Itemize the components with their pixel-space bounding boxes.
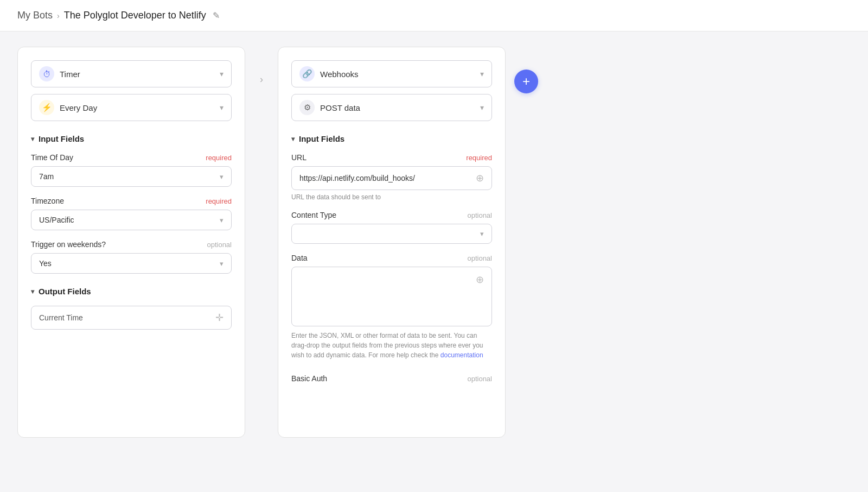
- breadcrumb-mybots[interactable]: My Bots: [17, 10, 53, 21]
- url-field: URL required https://api.netlify.com/bui…: [291, 153, 492, 201]
- trigger-weekends-dropdown[interactable]: Yes ▾: [31, 253, 232, 274]
- timer-icon: ⏱: [39, 66, 54, 81]
- basic-auth-label: Basic Auth: [291, 374, 327, 383]
- card-connector-arrow: ›: [245, 47, 278, 85]
- time-of-day-required: required: [206, 154, 232, 162]
- url-value: https://api.netlify.com/build_hooks/: [299, 174, 471, 182]
- trigger-weekends-value: Yes: [39, 259, 52, 268]
- timer-card: ⏱ Timer ▾ ⚡ Every Day ▾ ▾ Input Fields T…: [17, 47, 245, 438]
- current-time-output: Current Time ✛: [31, 306, 232, 330]
- trigger-weekends-chevron: ▾: [220, 260, 224, 268]
- schedule-icon: ⚡: [39, 100, 54, 115]
- webhooks-label: Webhooks: [320, 70, 359, 79]
- breadcrumb-separator: ›: [57, 11, 60, 20]
- add-card-button[interactable]: +: [514, 70, 538, 93]
- webhook-card: 🔗 Webhooks ▾ ⚙ POST data ▾ ▾ Input Field…: [278, 47, 506, 438]
- basic-auth-optional: optional: [467, 375, 492, 383]
- time-of-day-chevron: ▾: [220, 173, 224, 181]
- input-section-chevron[interactable]: ▾: [31, 135, 34, 143]
- time-of-day-value: 7am: [39, 172, 54, 181]
- breadcrumb: My Bots › The Polyglot Developer to Netl…: [0, 0, 868, 31]
- input-fields-label: Input Fields: [39, 134, 84, 143]
- every-day-selector[interactable]: ⚡ Every Day ▾: [31, 94, 232, 121]
- main-content: ⏱ Timer ▾ ⚡ Every Day ▾ ▾ Input Fields T…: [0, 31, 868, 491]
- webhooks-icon: 🔗: [299, 66, 315, 81]
- time-of-day-label: Time Of Day: [31, 153, 73, 162]
- url-input-wrap[interactable]: https://api.netlify.com/build_hooks/ ⊕: [291, 166, 492, 190]
- timezone-required: required: [206, 197, 232, 205]
- timer-chevron: ▾: [220, 70, 224, 78]
- post-data-chevron: ▾: [480, 103, 484, 112]
- documentation-link[interactable]: documentation: [441, 351, 483, 359]
- timezone-value: US/Pacific: [39, 216, 74, 224]
- breadcrumb-page-title: The Polyglot Developer to Netlify: [64, 10, 206, 21]
- content-type-chevron: ▾: [480, 230, 484, 238]
- post-data-icon: ⚙: [299, 100, 315, 115]
- url-required: required: [466, 154, 492, 162]
- url-label: URL: [291, 153, 307, 162]
- schedule-label: Every Day: [60, 103, 97, 112]
- right-input-fields-label: Input Fields: [299, 134, 344, 143]
- right-input-section-chevron[interactable]: ▾: [291, 135, 295, 143]
- data-hint: Enter the JSON, XML or other format of d…: [291, 331, 492, 360]
- timezone-label: Timezone: [31, 197, 64, 205]
- data-plus-icon[interactable]: ⊕: [476, 274, 484, 286]
- output-plus-icon[interactable]: ✛: [215, 312, 224, 324]
- timezone-chevron: ▾: [220, 216, 224, 224]
- content-type-optional: optional: [467, 211, 492, 219]
- output-section-chevron[interactable]: ▾: [31, 288, 34, 295]
- content-type-field: Content Type optional ▾: [291, 211, 492, 244]
- data-textarea[interactable]: ⊕: [291, 267, 492, 326]
- output-fields-header: ▾ Output Fields: [31, 287, 232, 296]
- basic-auth-row: Basic Auth optional: [291, 370, 492, 383]
- output-fields-label: Output Fields: [39, 287, 91, 296]
- time-of-day-field: Time Of Day required 7am ▾: [31, 153, 232, 187]
- content-type-dropdown[interactable]: ▾: [291, 224, 492, 244]
- post-data-label: POST data: [320, 103, 360, 112]
- time-of-day-dropdown[interactable]: 7am ▾: [31, 166, 232, 187]
- post-data-selector[interactable]: ⚙ POST data ▾: [291, 94, 492, 121]
- url-plus-icon[interactable]: ⊕: [476, 172, 484, 184]
- data-label: Data: [291, 254, 308, 262]
- timezone-dropdown[interactable]: US/Pacific ▾: [31, 210, 232, 230]
- current-time-label: Current Time: [39, 313, 83, 322]
- webhooks-selector[interactable]: 🔗 Webhooks ▾: [291, 60, 492, 87]
- content-type-label: Content Type: [291, 211, 336, 219]
- trigger-weekends-label: Trigger on weekends?: [31, 240, 106, 249]
- timer-label: Timer: [60, 70, 80, 79]
- trigger-weekends-field: Trigger on weekends? optional Yes ▾: [31, 240, 232, 274]
- url-hint: URL the data should be sent to: [291, 193, 492, 201]
- schedule-chevron: ▾: [220, 103, 224, 112]
- left-input-fields-header: ▾ Input Fields: [31, 134, 232, 143]
- trigger-weekends-optional: optional: [207, 241, 232, 249]
- timer-selector[interactable]: ⏱ Timer ▾: [31, 60, 232, 87]
- webhooks-chevron: ▾: [480, 70, 484, 78]
- edit-title-icon[interactable]: ✎: [213, 10, 220, 21]
- data-field: Data optional ⊕ Enter the JSON, XML or o…: [291, 254, 492, 360]
- timezone-field: Timezone required US/Pacific ▾: [31, 197, 232, 230]
- data-optional: optional: [467, 254, 492, 262]
- add-button-wrap: +: [506, 47, 538, 93]
- right-input-fields-header: ▾ Input Fields: [291, 134, 492, 143]
